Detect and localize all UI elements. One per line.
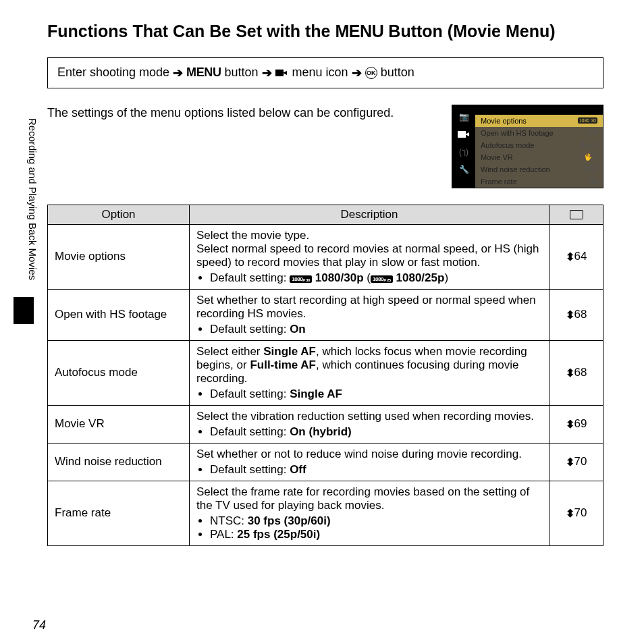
title-pre: Functions That Can Be Set with the — [47, 22, 335, 41]
reference-icon: ⬍ — [566, 507, 574, 520]
description-cell: Set whether to start recording at high s… — [190, 289, 549, 340]
arrow-icon: ➔ — [173, 65, 183, 80]
reference-cell: ⬍69 — [549, 405, 603, 443]
menu-preview-row: Open with HS footageON — [475, 127, 603, 139]
breadcrumb-menu-glyph: MENU — [186, 65, 221, 80]
option-cell: Frame rate — [48, 481, 190, 545]
arrow-icon: ➔ — [262, 65, 272, 80]
menu-preview-row: Movie VR(🖐)* — [475, 151, 603, 163]
book-icon — [570, 210, 583, 219]
menu-glyph: MENU — [335, 22, 383, 41]
description-cell: Select either Single AF, which locks foc… — [190, 340, 549, 405]
table-row: Movie VR Select the vibration reduction … — [48, 405, 603, 443]
option-cell: Movie options — [48, 224, 190, 289]
option-cell: Wind noise reduction — [48, 443, 190, 481]
menu-preview-row: Autofocus modeAF-S — [475, 139, 603, 151]
breadcrumb: Enter shooting mode ➔ MENU button ➔ menu… — [47, 57, 603, 88]
reference-cell: ⬍68 — [549, 289, 603, 340]
movie-icon — [458, 130, 470, 139]
col-header-option: Option — [48, 205, 190, 224]
wireless-icon: (ๅ) — [458, 147, 470, 157]
movie-icon — [275, 68, 289, 78]
reference-icon: ⬍ — [566, 418, 574, 431]
title-post: Button (Movie Menu) — [383, 22, 555, 41]
description-cell: Set whether or not to reduce wind noise … — [190, 443, 549, 481]
reference-cell: ⬍70 — [549, 481, 603, 545]
menu-preview-screen: 📷 (ๅ) 🔧 Movie options1080 30 Open with H… — [452, 105, 603, 188]
ok-icon: OK — [365, 67, 377, 79]
breadcrumb-step-3b: menu icon — [292, 65, 348, 80]
reference-icon: ⬍ — [566, 367, 574, 379]
menu-preview-row: Movie options1080 30 — [475, 115, 603, 127]
option-cell: Autofocus mode — [48, 340, 190, 405]
col-header-description: Description — [190, 205, 549, 224]
intro-text: The settings of the menu options listed … — [47, 105, 438, 122]
reference-icon: ⬍ — [566, 456, 574, 468]
menu-preview-row: Wind noise reductionOFF — [475, 163, 603, 176]
reference-icon: ⬍ — [566, 308, 574, 321]
camera-icon: 📷 — [458, 112, 470, 122]
table-row: Frame rate Select the frame rate for rec… — [48, 481, 603, 545]
arrow-icon: ➔ — [352, 65, 362, 80]
options-table: Option Description Movie options Select … — [47, 205, 603, 546]
option-cell: Open with HS footage — [48, 289, 190, 340]
resolution-icon: 1080P 25 — [371, 275, 393, 283]
table-row: Wind noise reduction Set whether or not … — [48, 443, 603, 481]
page-number: 74 — [32, 618, 46, 633]
menu-preview-row: Frame rate30 — [475, 176, 603, 188]
table-row: Autofocus mode Select either Single AF, … — [48, 340, 603, 405]
reference-cell: ⬍68 — [549, 340, 603, 405]
table-row: Open with HS footage Set whether to star… — [48, 289, 603, 340]
resolution-icon: 1080P 30 — [290, 275, 312, 283]
breadcrumb-step-4b: button — [381, 65, 414, 80]
option-cell: Movie VR — [48, 405, 190, 443]
reference-icon: ⬍ — [566, 250, 574, 263]
reference-cell: ⬍64 — [549, 224, 603, 289]
setup-icon: 🔧 — [458, 165, 470, 174]
breadcrumb-step-2b: button — [225, 65, 259, 80]
page-title: Functions That Can Be Set with the MENU … — [47, 20, 603, 43]
description-cell: Select the vibration reduction setting u… — [190, 405, 549, 443]
reference-cell: ⬍70 — [549, 443, 603, 481]
col-header-reference — [549, 205, 603, 224]
table-row: Movie options Select the movie type. Sel… — [48, 224, 603, 289]
description-cell: Select the movie type. Select normal spe… — [190, 224, 549, 289]
breadcrumb-step-1: Enter shooting mode — [57, 65, 169, 80]
description-cell: Select the frame rate for recording movi… — [190, 481, 549, 545]
